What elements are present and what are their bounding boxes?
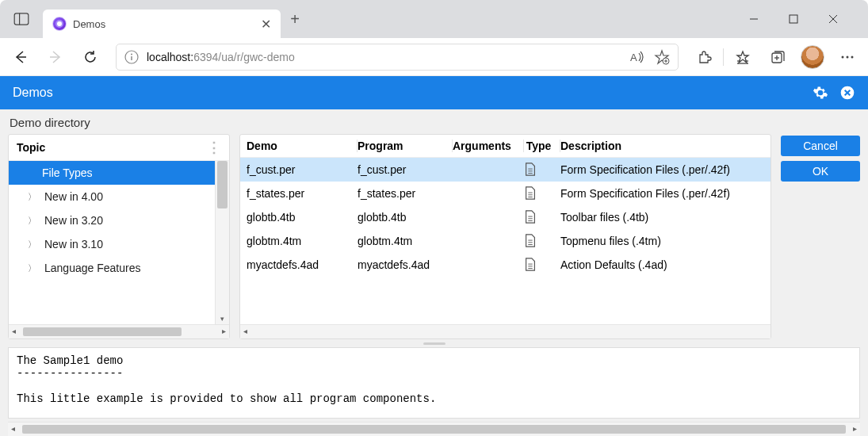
address-bar[interactable]: localhost:6394/ua/r/gwc-demo A [116,44,679,71]
document-icon [524,234,560,248]
favorite-icon[interactable] [654,49,670,65]
output-panel: The Sample1 demo ---------------- This l… [8,347,860,419]
col-header-type[interactable]: Type [524,140,560,152]
tree-item-file-types[interactable]: File Types [9,161,215,185]
document-icon [524,210,560,224]
back-button[interactable] [5,41,36,73]
tab-actions-button[interactable] [0,13,43,25]
chevron-right-icon: 〉 [28,239,36,251]
panel-resizer[interactable] [0,339,868,347]
cancel-button[interactable]: Cancel [781,136,860,156]
chevron-right-icon: 〉 [28,262,36,274]
more-menu-icon[interactable] [832,41,863,73]
window-maximize-button[interactable] [789,14,828,24]
svg-point-9 [131,53,132,55]
tree-item-new-400[interactable]: 〉 New in 4.00 [9,185,215,208]
app-body: Demo directory Topic ⋮ File Types 〉 New … [0,109,868,436]
table-row[interactable]: myactdefs.4ad myactdefs.4ad Action Defau… [240,253,770,277]
app-title: Demos [13,86,53,100]
svg-point-22 [847,55,849,58]
tree-vertical-scrollbar[interactable]: ▾ [215,161,229,324]
grid-horizontal-scrollbar[interactable]: ◂ [240,324,770,338]
topic-tree[interactable]: File Types 〉 New in 4.00 〉 New in 3.20 〉… [9,161,215,324]
chevron-right-icon: 〉 [28,191,36,203]
tree-item-language-features[interactable]: 〉 Language Features [9,256,215,280]
browser-tab[interactable]: Demos ✕ [43,10,281,38]
favorites-icon[interactable] [727,41,759,73]
col-header-demo[interactable]: Demo [247,140,358,152]
document-icon [524,186,560,201]
table-row[interactable]: globtm.4tm globtm.4tm Topmenu files (.4t… [240,229,770,253]
svg-text:A: A [630,52,637,63]
tab-close-icon[interactable]: ✕ [261,17,271,32]
tree-item-new-310[interactable]: 〉 New in 3.10 [9,232,215,256]
grid-rows: f_cust.per f_cust.per Form Specification… [240,158,770,324]
refresh-button[interactable] [75,41,106,73]
action-buttons: Cancel OK [781,134,860,339]
grid-header: Demo Program Arguments Type Description [240,135,770,158]
tab-title: Demos [73,18,254,30]
settings-icon[interactable] [813,85,828,101]
app-close-icon[interactable] [839,85,855,101]
svg-rect-0 [14,13,29,25]
collections-icon[interactable] [762,41,793,73]
browser-titlebar: Demos ✕ + [0,0,868,38]
extensions-icon[interactable] [688,41,720,73]
svg-point-21 [842,55,844,58]
new-tab-button[interactable]: + [281,10,309,29]
table-row[interactable]: globtb.4tb globtb.4tb Toolbar files (.4t… [240,205,770,229]
forward-button[interactable] [40,41,71,73]
window-minimize-button[interactable] [749,14,789,24]
topic-panel: Topic ⋮ File Types 〉 New in 4.00 〉 New i… [8,134,230,339]
tree-item-new-320[interactable]: 〉 New in 3.20 [9,208,215,232]
document-icon [524,258,560,272]
ok-button[interactable]: OK [781,161,860,182]
col-header-arguments[interactable]: Arguments [453,140,524,152]
browser-toolbar: localhost:6394/ua/r/gwc-demo A [0,38,868,76]
document-icon [524,163,560,177]
tree-horizontal-scrollbar[interactable]: ◂ ▸ [9,324,229,338]
col-header-program[interactable]: Program [358,140,453,152]
page-subtitle: Demo directory [0,109,868,134]
chevron-right-icon: 〉 [28,215,36,227]
topic-header-label: Topic [17,141,45,154]
topic-menu-icon[interactable]: ⋮ [207,143,221,151]
window-close-button[interactable] [828,14,868,24]
col-header-description[interactable]: Description [560,140,764,152]
svg-rect-3 [790,15,797,23]
read-aloud-icon[interactable]: A [630,50,646,64]
output-horizontal-scrollbar[interactable]: ◂ ▸ [8,422,860,436]
table-row[interactable]: f_cust.per f_cust.per Form Specification… [240,158,770,182]
profile-avatar[interactable] [797,41,828,73]
app-header: Demos [0,76,868,109]
table-row[interactable]: f_states.per f_states.per Form Specifica… [240,182,770,205]
grid-panel: Demo Program Arguments Type Description … [239,134,771,339]
favicon-icon [52,17,67,31]
site-info-icon[interactable] [124,50,139,64]
url-text: localhost:6394/ua/r/gwc-demo [147,51,295,63]
svg-point-23 [851,55,854,58]
